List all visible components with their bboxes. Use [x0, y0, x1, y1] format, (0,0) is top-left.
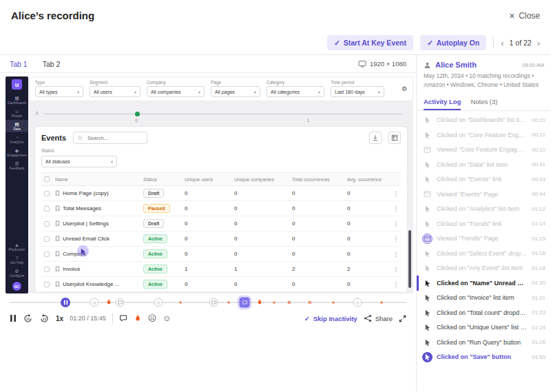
sidebar-item-people[interactable]: ☺People	[6, 107, 28, 119]
activity-log-entry[interactable]: Clicked on "Trends" link01:14	[417, 216, 551, 231]
row-checkbox[interactable]	[44, 236, 50, 242]
sidebar-item-get-help[interactable]: ?Get Help	[6, 254, 28, 266]
playback-speed-button[interactable]: 1x	[56, 315, 63, 322]
select-all-checkbox[interactable]	[44, 176, 50, 182]
activity-log-entry-key-event[interactable]: Clicked on "Save" button01:55	[417, 350, 551, 365]
user-name-link[interactable]: Alice Smith	[435, 61, 477, 69]
events-search[interactable]	[73, 132, 147, 144]
table-row[interactable]: Invoice Active 1 1 2 2 ⋮	[41, 262, 401, 277]
timeline-marker-event[interactable]	[333, 302, 335, 304]
search-input[interactable]	[86, 134, 143, 142]
row-checkbox[interactable]	[44, 191, 50, 196]
time-period-filter-dropdown[interactable]: Last 180 days▾	[331, 86, 384, 97]
activity-log-entry[interactable]: Clicked on "Core Feature Engagem...00:21	[417, 127, 551, 143]
timeline-marker-rage-click[interactable]	[256, 299, 263, 307]
player-timeline[interactable]: ☺ ☺ × × ☺	[10, 296, 406, 309]
table-row[interactable]: Unread Email Click Active 0 0 0 0 ⋮	[41, 231, 401, 247]
timeline-marker-comment[interactable]	[116, 298, 125, 307]
company-filter-dropdown[interactable]: All companies▾	[147, 86, 205, 97]
table-row[interactable]: Userpilot | Settings Draft 0 0 0 0 ⋮	[41, 216, 401, 231]
status-filter-dropdown[interactable]: All statuses▾	[41, 156, 117, 167]
activity-log-entry[interactable]: Viewed "Events" Page00:44	[417, 187, 551, 202]
activity-log-entry[interactable]: Viewed "Trends" Page01:15	[417, 231, 551, 247]
rage-click-filter-button[interactable]	[134, 314, 142, 323]
activity-log-entry[interactable]: Clicked on "Unique Users" list item01:24	[417, 320, 551, 336]
comment-button[interactable]	[119, 314, 127, 322]
skip-inactivity-toggle[interactable]: ✓ Skip Inactivity	[304, 315, 357, 322]
sidebar-item-data[interactable]: ▤Data	[6, 120, 28, 132]
row-menu-button[interactable]: ⋮	[391, 281, 401, 288]
row-menu-button[interactable]: ⋮	[391, 220, 401, 227]
timeline-marker-smiley[interactable]: ☺	[90, 298, 99, 307]
row-menu-button[interactable]: ⋮	[391, 251, 401, 258]
next-recording-button[interactable]: ›	[537, 39, 540, 48]
playhead[interactable]	[61, 298, 70, 307]
timeline-marker-rage-click[interactable]	[105, 299, 112, 307]
activity-log-entry[interactable]: Clicked on "Data" list item00:41	[417, 157, 551, 172]
sidebar-item-production[interactable]: ▲Production	[6, 240, 28, 253]
rewind-10-button[interactable]: 10	[23, 313, 33, 324]
sidebar-item-feedback[interactable]: ☰Feedback	[6, 159, 28, 172]
activity-log-entry[interactable]: Viewed "Core Feature Engagment"00:22	[417, 143, 551, 158]
row-checkbox[interactable]	[44, 282, 50, 287]
row-checkbox[interactable]	[44, 206, 50, 212]
sidebar-item-analytics[interactable]: ◔Analytics	[6, 133, 28, 145]
scrollbar[interactable]	[408, 230, 411, 288]
timeline-marker-event[interactable]	[273, 302, 276, 304]
fullscreen-button[interactable]	[399, 315, 406, 322]
tab-activity-log[interactable]: Activity Log	[424, 98, 461, 110]
previous-recording-button[interactable]: ‹	[501, 39, 503, 48]
forward-10-button[interactable]: 10	[39, 313, 50, 324]
activity-log-entry[interactable]: Clicked on "Total count" dropdown01:23	[417, 305, 551, 320]
tab-notes[interactable]: Notes (3)	[470, 98, 497, 110]
activity-log-entry[interactable]: Clicked on "Run Query" button01:26	[417, 335, 551, 350]
filter-settings-icon[interactable]: ⚙	[402, 85, 407, 92]
activity-log-entry[interactable]: Clicked on "Any Event" list item01:18	[417, 261, 551, 276]
row-checkbox[interactable]	[44, 267, 50, 272]
close-button[interactable]: × Close	[509, 11, 540, 21]
page-filter-dropdown[interactable]: All pages▾	[211, 86, 260, 97]
start-at-key-event-button[interactable]: ✓ Start At Key Event	[327, 35, 413, 50]
table-row[interactable]: Home Page (copy) Draft 0 0 0 0 ⋮	[41, 186, 401, 201]
timeline-marker-event[interactable]	[228, 302, 230, 304]
timeline-marker-event[interactable]	[381, 302, 383, 304]
sidebar-item-configure[interactable]: ⚙Configure	[6, 267, 28, 279]
row-checkbox[interactable]	[44, 221, 50, 227]
row-menu-button[interactable]: ⋮	[391, 236, 401, 243]
tab-2[interactable]: Tab 2	[43, 60, 61, 68]
share-button[interactable]: Share	[364, 314, 393, 322]
download-button[interactable]	[369, 132, 382, 144]
frustration-button[interactable]: ☹	[148, 314, 157, 322]
table-row[interactable]: Compose Active 0 0 0 0 ⋮	[41, 247, 401, 262]
timeline-marker-smiley[interactable]: ☺	[154, 298, 163, 307]
sidebar-item-dashboards[interactable]: ▦Dashboards	[6, 94, 28, 106]
segment-filter-dropdown[interactable]: All users▾	[90, 86, 141, 97]
sidebar-item-engagement[interactable]: ◆Engagement	[6, 146, 28, 158]
timeline-marker-event[interactable]	[180, 302, 182, 304]
row-menu-button[interactable]: ⋮	[391, 190, 401, 197]
tab-1[interactable]: Tab 1	[10, 60, 28, 68]
table-row[interactable]: Total Meesages Paused 0 0 0 0 ⋮	[41, 201, 401, 216]
row-menu-button[interactable]: ⋮	[391, 266, 401, 273]
activity-log-entry-current[interactable]: Clicked on "Name" Unread Email C...01:20	[417, 276, 551, 291]
activity-log-entry[interactable]: Clicked on "Select Event" dropdown01:16	[417, 246, 551, 261]
axis-marker-dot[interactable]	[135, 112, 140, 116]
table-row[interactable]: Userpilot Knowledge ... Active 0 0 0 0 ⋮	[41, 277, 401, 292]
activity-log-entry[interactable]: Clicked on "Events" link00:43	[417, 172, 551, 187]
timeline-marker-smiley[interactable]: ☺	[353, 298, 362, 307]
timeline-marker-selected[interactable]	[240, 298, 250, 308]
columns-button[interactable]	[388, 132, 401, 144]
activity-log-entry[interactable]: Clicked on "Invoice" list item01:21	[417, 291, 551, 306]
reaction-button[interactable]: ☺	[163, 314, 171, 322]
pause-button[interactable]	[10, 314, 17, 322]
timeline-marker-comment[interactable]	[209, 298, 218, 307]
timeline-marker-error[interactable]: ×	[308, 300, 311, 306]
avatar[interactable]: SC	[12, 282, 21, 291]
row-menu-button[interactable]: ⋮	[391, 205, 401, 212]
type-filter-dropdown[interactable]: All types▾	[35, 86, 83, 97]
row-checkbox[interactable]	[44, 251, 50, 257]
activity-log-entry[interactable]: Clicked on "Analytics" list item01:12	[417, 202, 551, 217]
activity-log-entry[interactable]: Clicked on "Dashboards" list item00:20	[417, 113, 551, 128]
timeline-marker-error[interactable]: ×	[287, 300, 291, 306]
autoplay-toggle[interactable]: ✓ Autoplay On	[420, 35, 486, 50]
